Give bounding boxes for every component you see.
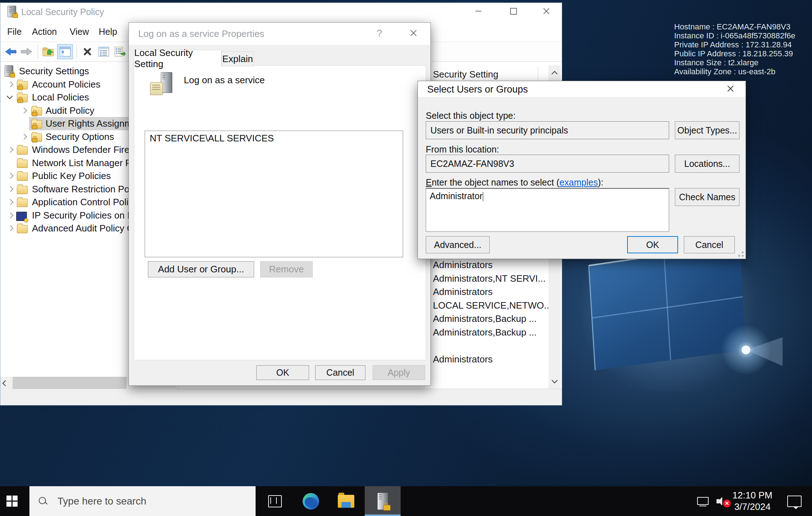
members-listbox[interactable]: NT SERVICE\ALL SERVICES	[145, 131, 403, 257]
forward-button[interactable]	[19, 44, 34, 59]
show-console-tree-button[interactable]	[57, 44, 73, 59]
list-row[interactable]	[433, 340, 551, 353]
location-label: From this location:	[426, 144, 499, 155]
list-row[interactable]: Administrators	[433, 259, 551, 273]
dialog-titlebar[interactable]: Select Users or Groups	[418, 81, 746, 97]
list-row[interactable]: Administrators,NT SERVI...	[433, 273, 551, 286]
chevron-right-icon[interactable]	[8, 147, 14, 153]
properties-icon	[98, 47, 109, 57]
volume-muted-badge: ✕	[723, 499, 731, 507]
chevron-right-icon[interactable]	[8, 212, 14, 219]
scroll-up-button[interactable]	[549, 65, 561, 81]
column-divider[interactable]	[538, 66, 538, 81]
menu-action[interactable]: Action	[32, 27, 57, 37]
tree-item-label: Application Control Policie	[32, 197, 140, 208]
instance-info-line: Hostname : EC2AMAZ-FAN98V3	[674, 22, 795, 31]
back-button[interactable]	[3, 44, 18, 59]
folder-lock-icon	[31, 120, 42, 128]
menu-view[interactable]: View	[70, 27, 89, 37]
column-header-security-setting[interactable]: Security Setting	[433, 69, 498, 80]
select-users-groups-dialog: Select Users or Groups Select this objec…	[417, 81, 746, 259]
forward-icon	[20, 47, 33, 56]
locations-button[interactable]: Locations...	[675, 155, 739, 173]
cancel-button[interactable]: Cancel	[315, 365, 365, 380]
tab-local-security-setting[interactable]: Local Security Setting	[134, 50, 221, 66]
chevron-right-icon[interactable]	[21, 108, 27, 114]
scroll-left-icon[interactable]	[3, 380, 9, 386]
chevron-down-icon[interactable]	[7, 93, 13, 99]
explorer-icon	[338, 495, 354, 508]
network-icon	[696, 496, 709, 506]
object-names-input[interactable]: Administrator	[426, 188, 669, 232]
instance-info: Hostname : EC2AMAZ-FAN98V3 Instance ID :…	[674, 22, 795, 76]
taskbar-search[interactable]	[29, 486, 256, 516]
advanced-button[interactable]: Advanced...	[426, 236, 490, 253]
close-button[interactable]	[535, 3, 558, 19]
list-row[interactable]: Administrators	[433, 286, 551, 300]
list-row[interactable]: LOCAL SERVICE,NETWO...	[433, 300, 551, 313]
network-tray-icon[interactable]	[693, 486, 713, 516]
scroll-down-button[interactable]	[549, 373, 561, 389]
chevron-right-icon[interactable]	[8, 173, 14, 179]
list-row[interactable]: Administrators,Backup ...	[433, 327, 551, 340]
chevron-right-icon[interactable]	[8, 186, 14, 192]
examples-link[interactable]: examples	[559, 177, 598, 187]
search-icon	[39, 497, 47, 506]
chevron-right-icon[interactable]	[21, 134, 27, 140]
minimize-button[interactable]	[466, 3, 490, 19]
list-row[interactable]: Administrators,Backup ...	[433, 313, 551, 327]
window-titlebar[interactable]: Local Security Policy	[0, 3, 562, 19]
delete-button[interactable]	[79, 44, 95, 59]
taskbar: ✕ 12:10 PM 3/7/2024	[0, 486, 812, 516]
ok-button[interactable]: OK	[627, 236, 678, 253]
check-names-button[interactable]: Check Names	[675, 188, 739, 206]
local-security-policy-taskbar-button[interactable]	[365, 486, 401, 516]
export-folder-button[interactable]	[41, 44, 56, 59]
dialog-close-button[interactable]	[727, 85, 734, 94]
dialog-titlebar[interactable]: Log on as a service Properties ?	[129, 23, 430, 45]
menu-file[interactable]: File	[7, 27, 22, 37]
tree-item-label: Security Options	[46, 131, 114, 142]
export-list-button[interactable]	[112, 44, 128, 59]
window-title: Local Security Policy	[21, 7, 104, 17]
volume-tray-icon[interactable]: ✕	[713, 486, 734, 516]
action-center-button[interactable]	[782, 486, 807, 516]
start-button[interactable]	[0, 486, 24, 516]
cancel-button[interactable]: Cancel	[684, 236, 735, 253]
remove-button[interactable]: Remove	[260, 261, 313, 277]
scroll-down-icon	[552, 377, 558, 384]
maximize-button[interactable]	[501, 3, 525, 19]
taskbar-clock[interactable]: 12:10 PM 3/7/2024	[732, 489, 773, 512]
search-input[interactable]	[57, 495, 230, 507]
properties-button[interactable]	[96, 44, 112, 59]
close-icon	[410, 29, 417, 37]
list-row[interactable]: Administrators	[433, 354, 551, 367]
task-view-button[interactable]	[262, 486, 288, 516]
edge-button[interactable]	[298, 486, 324, 516]
object-types-button[interactable]: Object Types...	[675, 121, 739, 139]
folder-icon	[17, 146, 28, 155]
instance-info-line: Availability Zone : us-east-2b	[674, 67, 795, 76]
ok-button[interactable]: OK	[256, 365, 309, 380]
file-explorer-button[interactable]	[333, 486, 359, 516]
maximize-icon	[510, 8, 517, 15]
resize-grip[interactable]	[738, 252, 743, 257]
ipsec-icon	[16, 212, 27, 221]
tab-explain[interactable]: Explain	[221, 51, 254, 66]
apply-button[interactable]: Apply	[373, 365, 425, 380]
object-names-label-suffix: ):	[598, 177, 603, 187]
dialog-close-button[interactable]	[410, 29, 417, 38]
help-button[interactable]: ?	[377, 28, 382, 39]
chevron-right-icon[interactable]	[8, 199, 14, 205]
member-item[interactable]: NT SERVICE\ALL SERVICES	[150, 133, 274, 144]
back-icon	[5, 47, 17, 56]
object-names-label: Enter the object names to select (exampl…	[426, 177, 603, 188]
close-icon	[542, 7, 550, 15]
clock-time: 12:10 PM	[732, 489, 773, 501]
chevron-right-icon[interactable]	[8, 225, 14, 231]
menu-help[interactable]: Help	[99, 27, 117, 37]
toolbar-separator	[38, 45, 38, 58]
scrollbar-thumb[interactable]	[13, 377, 126, 389]
add-user-or-group-button[interactable]: Add User or Group...	[148, 261, 254, 277]
chevron-right-icon[interactable]	[8, 81, 14, 88]
